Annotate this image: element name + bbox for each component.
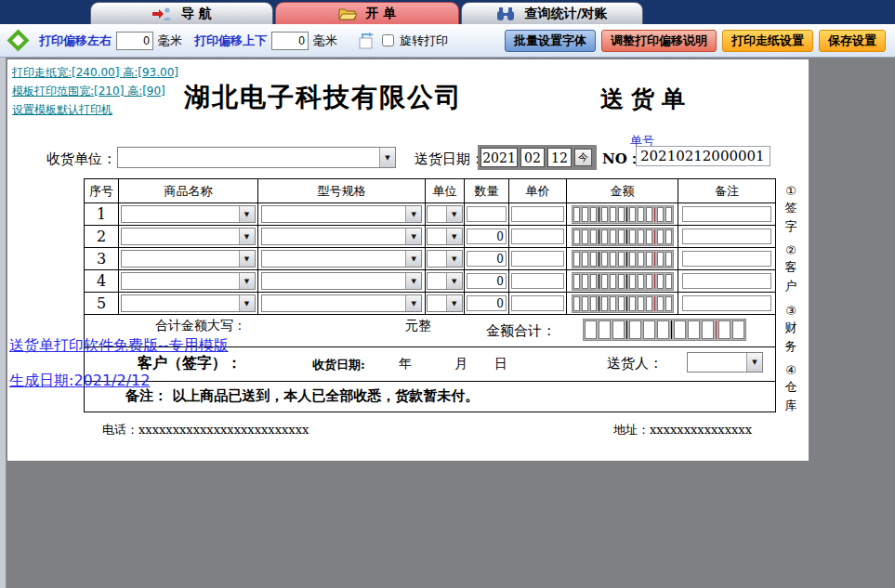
chevron-down-icon: ▼: [446, 251, 462, 267]
chevron-down-icon: ▼: [446, 295, 462, 311]
quantity-input[interactable]: [467, 273, 507, 289]
col-header-amount: 金额: [567, 179, 678, 203]
amount-digit-grid: [572, 205, 674, 224]
tab-billing[interactable]: 开 单: [275, 2, 459, 24]
offset-ud-unit: 毫米: [313, 33, 337, 49]
batch-font-button[interactable]: 批量设置字体: [505, 30, 596, 52]
row-number: 1: [85, 203, 119, 226]
remark-input[interactable]: [682, 206, 772, 222]
copy-labels-column: ①签字 ②客户 ③财务 ④仓库: [782, 184, 800, 414]
chevron-down-icon: ▼: [405, 295, 421, 311]
chevron-down-icon: ▼: [446, 229, 462, 244]
quantity-input[interactable]: [467, 206, 507, 222]
default-printer-link[interactable]: 设置模板默认打印机: [12, 102, 178, 118]
unit-price-input[interactable]: [511, 295, 563, 311]
customer-sign-label: 客户（签字）：: [138, 354, 242, 373]
rotate-print-checkbox[interactable]: [382, 34, 394, 46]
generated-date-link[interactable]: 生成日期:2021/2/12: [9, 372, 150, 391]
unit-select[interactable]: ▼: [427, 272, 462, 290]
deliverer-label: 送货人：: [607, 355, 663, 372]
save-settings-button[interactable]: 保存设置: [819, 30, 886, 52]
model-spec-select[interactable]: ▼: [261, 272, 422, 290]
col-header-remark: 备注: [678, 179, 775, 203]
chevron-down-icon: ▼: [446, 273, 462, 289]
unit-select[interactable]: ▼: [427, 294, 462, 312]
product-name-select[interactable]: ▼: [121, 272, 255, 290]
tab-bar: 导 航 开 单 查询统计/对账: [0, 0, 895, 24]
tab-navigation[interactable]: 导 航: [90, 2, 273, 24]
binoculars-icon: [496, 7, 515, 21]
software-watermark-link[interactable]: 送货单打印软件免费版--专用模版: [9, 336, 229, 356]
date-month-input[interactable]: [520, 148, 545, 167]
receiver-select[interactable]: ▼: [117, 147, 396, 168]
template-links: 打印走纸宽:[240.00] 高:[93.00] 模板打印范围宽:[210] 高…: [12, 65, 178, 118]
template-range-link[interactable]: 模板打印范围宽:[210] 高:[90]: [12, 84, 178, 99]
date-day-input[interactable]: [547, 148, 572, 167]
rotate-page-icon: [357, 33, 375, 49]
offset-lr-input[interactable]: [116, 32, 153, 50]
day-label: 日: [494, 356, 507, 372]
amount-digit-grid: [572, 272, 674, 291]
remark-input[interactable]: [682, 251, 772, 267]
tab-query-stats[interactable]: 查询统计/对账: [461, 2, 643, 24]
copy-label-warehouse: ④仓库: [782, 363, 800, 414]
unit-select[interactable]: ▼: [427, 205, 462, 223]
remark-input[interactable]: [682, 229, 772, 244]
paper-feed-settings-button[interactable]: 打印走纸设置: [722, 30, 813, 52]
diamond-icon: [7, 29, 29, 51]
deliverer-select[interactable]: ▼: [687, 352, 763, 372]
offset-ud-input[interactable]: [271, 32, 309, 50]
toolbar-buttons: 批量设置字体 调整打印偏移说明 打印走纸设置 保存设置: [505, 30, 889, 52]
chevron-down-icon: ▼: [239, 295, 255, 311]
chevron-down-icon: ▼: [239, 206, 255, 222]
chevron-down-icon: ▼: [446, 206, 462, 222]
unit-select[interactable]: ▼: [427, 228, 462, 245]
quantity-input[interactable]: [467, 229, 507, 244]
remark-input[interactable]: [682, 273, 772, 289]
product-name-select[interactable]: ▼: [121, 250, 255, 268]
copy-label-customer: ②客户: [782, 243, 800, 294]
remark-input[interactable]: [682, 295, 772, 311]
total-amount-label: 金额合计：: [486, 322, 556, 340]
product-name-select[interactable]: ▼: [121, 205, 255, 223]
unit-price-input[interactable]: [511, 229, 563, 244]
product-name-select[interactable]: ▼: [121, 228, 255, 245]
unit-select[interactable]: ▼: [427, 250, 462, 268]
row-number: 4: [85, 270, 119, 293]
col-header-model: 型号规格: [258, 179, 426, 203]
total-amount-digit-grid: [583, 319, 746, 341]
unit-price-input[interactable]: [511, 206, 563, 222]
model-spec-select[interactable]: ▼: [261, 250, 422, 268]
remark-row: 备注： 以上商品已送到，本人已全部收悉，货款暂未付。: [85, 382, 775, 412]
quantity-input[interactable]: [467, 295, 507, 311]
model-spec-select[interactable]: ▼: [261, 205, 422, 223]
remark-note: 备注： 以上商品已送到，本人已全部收悉，货款暂未付。: [125, 387, 479, 405]
receive-date-label: 收货日期:: [312, 357, 365, 373]
unit-price-input[interactable]: [511, 251, 563, 267]
tab-label: 查询统计/对账: [524, 6, 607, 22]
copy-label-sign: ①签字: [782, 184, 800, 235]
copy-label-finance: ③财务: [782, 304, 800, 355]
chevron-down-icon: ▼: [405, 206, 421, 222]
left-edge-strip: [0, 58, 7, 588]
adjust-offset-help-button[interactable]: 调整打印偏移说明: [601, 30, 717, 52]
col-header-price: 单价: [509, 179, 567, 203]
phone-line: 电话：xxxxxxxxxxxxxxxxxxxxxxxxx: [102, 422, 309, 438]
model-spec-select[interactable]: ▼: [261, 228, 422, 245]
address-line: 地址：xxxxxxxxxxxxxxx: [613, 422, 752, 438]
rotate-print-label: 旋转打印: [400, 33, 448, 49]
unit-price-input[interactable]: [511, 273, 563, 289]
rotate-print-group: 旋转打印: [357, 32, 448, 49]
offset-lr-label: 打印偏移左右: [39, 33, 112, 49]
delivery-date-label: 送货日期：: [415, 150, 484, 168]
col-header-unit: 单位: [426, 179, 465, 203]
order-no-input[interactable]: [636, 146, 770, 166]
model-spec-select[interactable]: ▼: [261, 294, 422, 312]
date-year-input[interactable]: [480, 148, 518, 167]
paper-size-link[interactable]: 打印走纸宽:[240.00] 高:[93.00]: [12, 65, 178, 81]
today-button[interactable]: 今: [574, 149, 592, 166]
product-name-select[interactable]: ▼: [121, 294, 255, 312]
quantity-input[interactable]: [467, 251, 507, 267]
chevron-down-icon: ▼: [746, 353, 762, 372]
amount-digit-grid: [572, 228, 674, 246]
